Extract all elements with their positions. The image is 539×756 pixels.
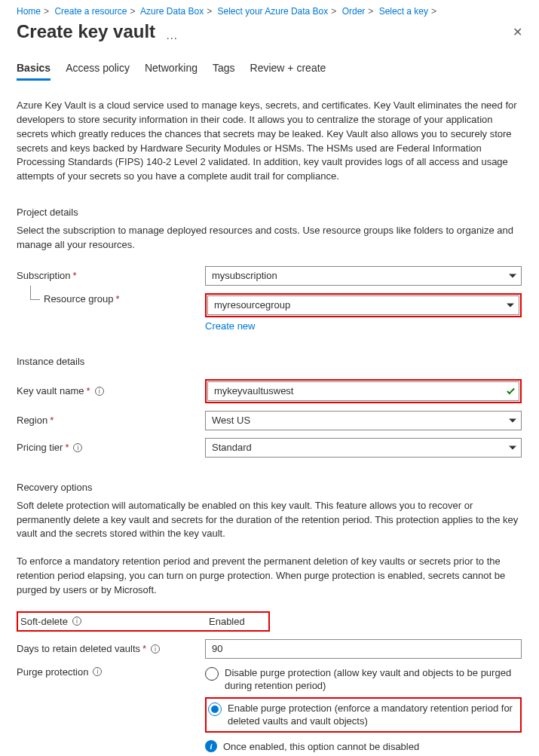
instance-details-title: Instance details [17,356,522,367]
region-label: Region* [17,415,205,426]
recovery-options-title: Recovery options [17,482,522,493]
purge-protection-label: Purge protection i [17,666,205,678]
bc-home[interactable]: Home [17,6,41,17]
bc-azure-data-box[interactable]: Azure Data Box [140,6,204,17]
info-blue-icon: i [205,740,217,752]
recovery-desc1: Soft delete protection will automaticall… [17,499,522,542]
chevron-down-icon [509,445,516,449]
days-retain-input[interactable]: 90 [205,639,522,659]
chevron-down-icon [507,303,514,307]
resource-group-label: Resource group* [17,293,205,305]
bc-select-key[interactable]: Select a key [379,6,428,17]
info-icon[interactable]: i [93,667,102,676]
project-details-title: Project details [17,207,522,218]
pricing-tier-select[interactable]: Standard [205,438,522,458]
key-vault-name-label: Key vault name* i [17,385,205,396]
tabs: Basics Access policy Networking Tags Rev… [17,57,522,81]
chevron-down-icon [509,418,516,422]
more-icon[interactable]: … [166,29,178,41]
page-title: Create key vault [17,21,155,41]
tab-access-policy[interactable]: Access policy [66,57,130,81]
recovery-desc2: To enforce a mandatory retention period … [17,555,522,598]
info-icon[interactable]: i [95,387,104,396]
pricing-tier-label: Pricing tier* i [17,442,205,453]
check-icon [507,386,515,394]
tab-tags[interactable]: Tags [213,57,235,81]
info-icon[interactable]: i [73,443,82,452]
tab-review-create[interactable]: Review + create [250,57,326,81]
project-details-desc: Select the subscription to manage deploy… [17,224,522,253]
create-new-link[interactable]: Create new [205,320,255,332]
info-icon[interactable]: i [151,644,160,653]
tab-basics[interactable]: Basics [17,57,51,81]
bc-create-resource[interactable]: Create a resource [54,6,127,17]
days-retain-label: Days to retain deleted vaults* i [17,643,205,654]
soft-delete-value: Enabled [209,616,245,627]
subscription-select[interactable]: mysubscription [205,266,522,286]
region-select[interactable]: West US [205,411,522,430]
info-icon[interactable]: i [72,617,81,626]
purge-note: Once enabled, this option cannot be disa… [223,741,419,752]
resource-group-select[interactable]: myresourcegroup [207,295,519,315]
bc-order[interactable]: Order [342,6,366,17]
breadcrumb: Home> Create a resource> Azure Data Box>… [17,6,522,17]
subscription-label: Subscription* [17,270,205,281]
purge-enable-label: Enable purge protection (enforce a manda… [228,702,519,728]
close-icon[interactable]: ✕ [513,25,522,39]
purge-disable-radio[interactable] [205,667,219,681]
intro-text: Azure Key Vault is a cloud service used … [17,99,522,184]
soft-delete-label: Soft-delete i [20,616,209,627]
purge-disable-label: Disable purge protection (allow key vaul… [225,666,522,693]
chevron-down-icon [509,274,516,277]
key-vault-name-input[interactable]: mykeyvaultuswest [207,381,519,401]
purge-enable-radio[interactable] [208,702,222,716]
tab-networking[interactable]: Networking [145,57,198,81]
bc-select-databox[interactable]: Select your Azure Data Box [218,6,329,17]
